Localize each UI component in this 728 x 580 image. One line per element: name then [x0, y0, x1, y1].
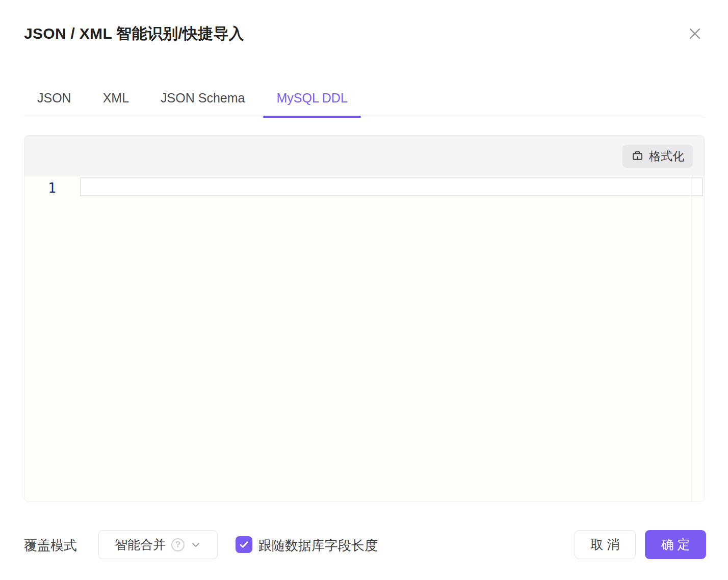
follow-db-length-checkbox[interactable]: [236, 536, 252, 553]
editor-active-line[interactable]: [80, 177, 703, 196]
tab-json[interactable]: JSON: [24, 79, 85, 117]
dialog-title: JSON / XML 智能识别/快捷导入: [24, 23, 244, 44]
format-button[interactable]: 格式化: [622, 145, 693, 168]
line-number: 1: [24, 176, 80, 196]
tab-label: JSON Schema: [161, 91, 245, 106]
import-dialog: JSON / XML 智能识别/快捷导入 JSON XML JSON Schem…: [0, 0, 728, 580]
code-editor: 格式化 1: [24, 135, 705, 502]
close-icon: [687, 26, 703, 43]
cancel-button[interactable]: 取 消: [575, 530, 636, 559]
close-button[interactable]: [686, 25, 704, 43]
tab-xml[interactable]: XML: [90, 79, 142, 117]
override-mode-label: 覆盖模式: [24, 537, 77, 555]
editor-body[interactable]: 1: [24, 176, 705, 502]
tab-json-schema[interactable]: JSON Schema: [147, 79, 258, 117]
tab-label: MySQL DDL: [276, 91, 347, 106]
tab-mysql-ddl[interactable]: MySQL DDL: [263, 79, 360, 117]
check-icon: [239, 539, 249, 550]
confirm-button[interactable]: 确 定: [645, 530, 706, 559]
editor-toolbar: 格式化: [24, 136, 705, 176]
format-button-label: 格式化: [649, 148, 684, 164]
question-circle-icon[interactable]: ?: [171, 538, 185, 551]
tab-label: XML: [103, 91, 129, 106]
editor-scrollbar-divider: [691, 176, 691, 502]
editor-gutter: 1: [24, 176, 80, 502]
tab-bar: JSON XML JSON Schema MySQL DDL: [24, 79, 704, 117]
override-mode-select[interactable]: 智能合并 ?: [98, 530, 218, 559]
chevron-down-icon: [190, 539, 201, 550]
follow-db-length-label[interactable]: 跟随数据库字段长度: [258, 537, 378, 555]
tab-label: JSON: [37, 91, 71, 106]
mode-select-value: 智能合并: [115, 536, 166, 553]
clear-format-icon: [631, 150, 644, 163]
